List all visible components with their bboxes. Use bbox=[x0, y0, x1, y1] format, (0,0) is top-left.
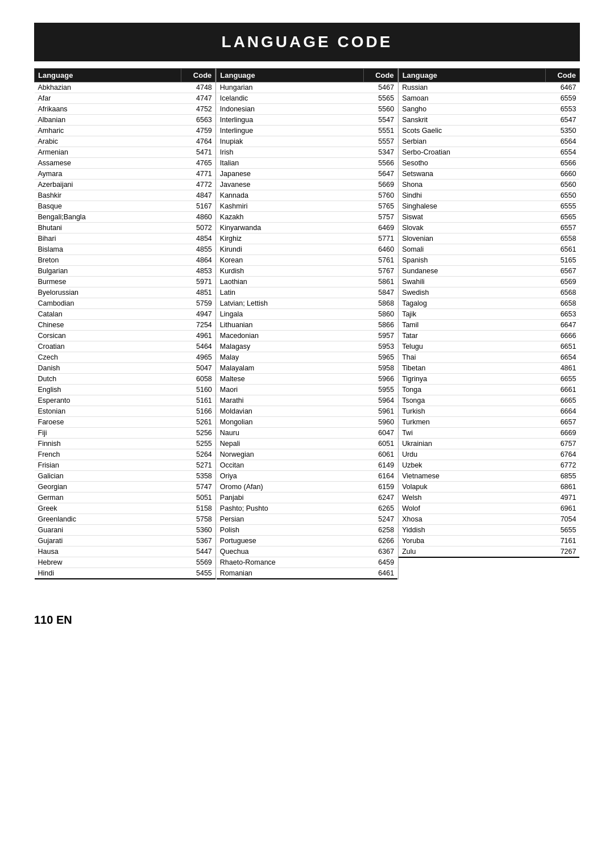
language-code: 4748 bbox=[181, 82, 215, 93]
language-code: 5868 bbox=[363, 298, 397, 309]
language-code: 5759 bbox=[181, 298, 215, 309]
table-row: Uzbek6772 bbox=[399, 460, 579, 471]
language-name: French bbox=[35, 449, 181, 460]
language-name: Czech bbox=[35, 352, 181, 363]
table-row: Bulgarian4853 bbox=[35, 266, 215, 277]
table-row: Malay5965 bbox=[217, 352, 397, 363]
language-name: Twi bbox=[399, 428, 545, 439]
table-row: Vietnamese6855 bbox=[399, 471, 579, 482]
language-code: 5669 bbox=[363, 180, 397, 190]
language-name: Serbian bbox=[399, 136, 545, 147]
language-name: Hungarian bbox=[217, 82, 363, 93]
language-name: Spanish bbox=[399, 255, 545, 266]
language-code: 5158 bbox=[181, 503, 215, 514]
table-row: Kinyarwanda6469 bbox=[217, 223, 397, 233]
language-code: 4747 bbox=[181, 93, 215, 104]
language-code: 5765 bbox=[363, 201, 397, 212]
language-name: Bihari bbox=[35, 233, 181, 244]
language-code: 5960 bbox=[363, 417, 397, 428]
language-name: Azerbaijani bbox=[35, 180, 181, 190]
table-row: Czech4965 bbox=[35, 352, 215, 363]
language-name: Norwegian bbox=[217, 449, 363, 460]
language-name: Tibetan bbox=[399, 363, 545, 374]
language-code: 5256 bbox=[181, 428, 215, 439]
language-code: 5551 bbox=[363, 126, 397, 136]
language-code: 5771 bbox=[363, 233, 397, 244]
language-name: Polish bbox=[217, 525, 363, 536]
language-name: Samoan bbox=[399, 93, 545, 104]
language-code: 5255 bbox=[181, 439, 215, 449]
language-name: Frisian bbox=[35, 460, 181, 471]
language-code: 5958 bbox=[363, 363, 397, 374]
table-row: Turkmen6657 bbox=[399, 417, 579, 428]
table-row: Welsh4971 bbox=[399, 493, 579, 503]
language-name: Swahili bbox=[399, 277, 545, 287]
language-code: 5767 bbox=[363, 266, 397, 277]
language-column-2: LanguageCodeRussian6467Samoan6559Sangho6… bbox=[399, 68, 580, 579]
language-code: 6647 bbox=[545, 320, 579, 331]
table-row: Latin5847 bbox=[217, 287, 397, 298]
language-name: Albanian bbox=[35, 115, 181, 126]
language-code: 5467 bbox=[363, 82, 397, 93]
language-name: Shona bbox=[399, 180, 545, 190]
language-code: 6265 bbox=[363, 503, 397, 514]
table-row: Tigrinya6655 bbox=[399, 374, 579, 385]
table-row: Slovak6557 bbox=[399, 223, 579, 233]
language-code: 4765 bbox=[181, 158, 215, 169]
language-name: Lingala bbox=[217, 309, 363, 320]
page-footer: 110 EN bbox=[34, 614, 580, 627]
language-name: Kurdish bbox=[217, 266, 363, 277]
language-code: 7254 bbox=[181, 320, 215, 331]
table-row: Serbian6564 bbox=[399, 136, 579, 147]
language-code: 6467 bbox=[545, 82, 579, 93]
language-code: 5557 bbox=[363, 136, 397, 147]
table-row: Sindhi6550 bbox=[399, 190, 579, 201]
table-row: Basque5167 bbox=[35, 201, 215, 212]
language-name: Latvian; Lettish bbox=[217, 298, 363, 309]
table-row: Georgian5747 bbox=[35, 482, 215, 493]
table-row: Finnish5255 bbox=[35, 439, 215, 449]
language-code: 5760 bbox=[363, 190, 397, 201]
col-header-language-0: Language bbox=[35, 69, 181, 82]
table-row: Italian5566 bbox=[217, 158, 397, 169]
language-name: Cambodian bbox=[35, 298, 181, 309]
col-header-language-1: Language bbox=[217, 69, 363, 82]
language-code: 6665 bbox=[545, 395, 579, 406]
language-code: 5247 bbox=[363, 514, 397, 525]
language-code: 4772 bbox=[181, 180, 215, 190]
table-row: Sanskrit6547 bbox=[399, 115, 579, 126]
language-code: 5471 bbox=[181, 147, 215, 158]
language-name: Aymara bbox=[35, 169, 181, 180]
table-row: Kirundi6460 bbox=[217, 244, 397, 255]
table-row: Spanish5165 bbox=[399, 255, 579, 266]
language-name: Yiddish bbox=[399, 525, 545, 536]
language-code: 5647 bbox=[363, 169, 397, 180]
language-name: Italian bbox=[217, 158, 363, 169]
language-code: 6669 bbox=[545, 428, 579, 439]
language-name: Sindhi bbox=[399, 190, 545, 201]
language-name: Inupiak bbox=[217, 136, 363, 147]
language-name: Scots Gaelic bbox=[399, 126, 545, 136]
language-code: 6469 bbox=[363, 223, 397, 233]
language-code: 4771 bbox=[181, 169, 215, 180]
language-name: Bislama bbox=[35, 244, 181, 255]
table-row: Fiji5256 bbox=[35, 428, 215, 439]
language-name: Slovak bbox=[399, 223, 545, 233]
table-row: Oriya6164 bbox=[217, 471, 397, 482]
language-name: Oriya bbox=[217, 471, 363, 482]
language-code: 6554 bbox=[545, 147, 579, 158]
language-code: 5464 bbox=[181, 341, 215, 352]
language-code: 6658 bbox=[545, 298, 579, 309]
language-code: 6164 bbox=[363, 471, 397, 482]
table-row: German5051 bbox=[35, 493, 215, 503]
table-row: Shona6560 bbox=[399, 180, 579, 190]
language-name: Panjabi bbox=[217, 493, 363, 503]
table-row: Somali6561 bbox=[399, 244, 579, 255]
language-code: 4759 bbox=[181, 126, 215, 136]
language-code: 6550 bbox=[545, 190, 579, 201]
language-name: Hausa bbox=[35, 546, 181, 557]
language-code: 6563 bbox=[181, 115, 215, 126]
table-row: Galician5358 bbox=[35, 471, 215, 482]
language-code: 6560 bbox=[545, 180, 579, 190]
language-code: 4752 bbox=[181, 104, 215, 115]
